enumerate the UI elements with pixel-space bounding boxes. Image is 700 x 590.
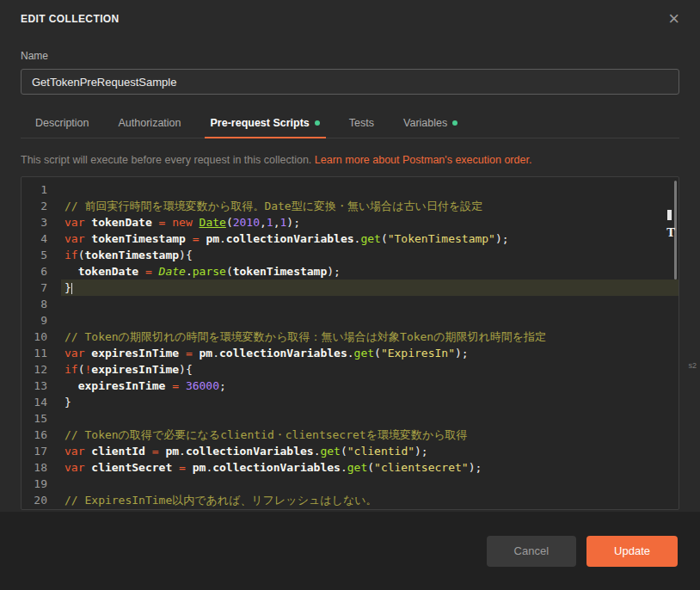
tab-label: Authorization	[119, 117, 181, 129]
code-line[interactable]: 14}	[21, 394, 679, 410]
background-artifact: s2	[688, 361, 697, 370]
line-number: 10	[21, 329, 61, 345]
code-line[interactable]: 19	[21, 476, 679, 492]
line-number: 15	[21, 410, 61, 427]
line-number: 18	[21, 459, 61, 476]
code-text	[61, 181, 679, 198]
close-icon[interactable]: ×	[668, 9, 679, 28]
tab-description[interactable]: Description	[21, 110, 104, 138]
tab-bar: Description Authorization Pre-request Sc…	[21, 110, 679, 138]
tab-authorization[interactable]: Authorization	[104, 110, 196, 138]
tab-label: Pre-request Scripts	[211, 117, 310, 129]
tab-label: Tests	[349, 117, 374, 129]
code-line[interactable]: 16// Tokenの取得で必要になるclientid・clientsecret…	[21, 427, 679, 443]
code-text: var tokenTimestamp = pm.collectionVariab…	[61, 230, 679, 247]
code-text: var clientSecret = pm.collectionVariable…	[61, 459, 679, 476]
dialog-footer: Cancel Update	[0, 512, 700, 590]
line-number: 7	[21, 280, 61, 296]
code-line[interactable]: 1	[21, 181, 679, 198]
code-line[interactable]: 13 expiresInTime = 36000;	[21, 378, 679, 394]
code-line[interactable]: 12if(!expiresInTime){	[21, 361, 679, 378]
code-line[interactable]: 3var tokenDate = new Date(2010,1,1);	[21, 214, 679, 230]
code-text: var clientId = pm.collectionVariables.ge…	[61, 443, 679, 459]
code-text: if(tokenTimestamp){	[61, 247, 679, 263]
edit-collection-dialog: EDIT COLLECTION × Name Description Autho…	[0, 0, 700, 590]
code-text: expiresInTime = 36000;	[61, 378, 679, 394]
code-line[interactable]: 15	[21, 410, 679, 427]
code-line[interactable]: 2// 前回実行時間を環境変数から取得。Date型に変換・無い場合は古い日付を設…	[21, 198, 679, 214]
collection-name-input[interactable]	[21, 69, 679, 95]
line-number: 9	[21, 312, 61, 329]
code-text: if(!expiresInTime){	[61, 361, 679, 378]
code-line[interactable]: 8	[21, 296, 679, 312]
line-number: 5	[21, 247, 61, 263]
code-text: // ExpiresInTime以内であれば、リフレッシュはしない。	[61, 492, 679, 508]
line-number: 1	[21, 181, 61, 198]
code-text	[61, 410, 679, 427]
unsaved-dot	[452, 120, 457, 126]
line-number: 14	[21, 394, 61, 410]
code-line[interactable]: 21if((new Date() - tokenDate) >= expires…	[21, 508, 679, 510]
line-number: 21	[21, 508, 61, 510]
line-number: 11	[21, 345, 61, 361]
tab-label: Description	[35, 117, 89, 129]
code-line[interactable]: 18var clientSecret = pm.collectionVariab…	[21, 459, 679, 476]
code-text: }	[61, 280, 679, 296]
line-number: 8	[21, 296, 61, 312]
line-number: 4	[21, 230, 61, 247]
code-line[interactable]: 5if(tokenTimestamp){	[21, 247, 679, 263]
code-editor[interactable]: 12// 前回実行時間を環境変数から取得。Date型に変換・無い場合は古い日付を…	[21, 176, 679, 510]
code-line[interactable]: 10// Tokenの期限切れの時間を環境変数から取得：無い場合は対象Token…	[21, 329, 679, 345]
dialog-title: EDIT COLLECTION	[21, 13, 120, 25]
line-number: 3	[21, 214, 61, 230]
line-number: 20	[21, 492, 61, 508]
update-button[interactable]: Update	[586, 536, 678, 567]
code-line[interactable]: 11var expiresInTime = pm.collectionVaria…	[21, 345, 679, 361]
tab-pre-request-scripts[interactable]: Pre-request Scripts	[196, 110, 335, 138]
code-line[interactable]: 9	[21, 312, 679, 329]
execution-order-link[interactable]: Learn more about Postman's execution ord…	[315, 154, 532, 166]
code-text: }	[61, 394, 679, 410]
code-text	[61, 296, 679, 312]
code-line[interactable]: 7}	[21, 280, 679, 296]
text-cursor	[71, 283, 72, 294]
annotation-text-mark: T	[666, 226, 675, 239]
code-text: // Tokenの取得で必要になるclientid・clientsecretを環…	[61, 427, 679, 443]
code-text: if((new Date() - tokenDate) >= expiresIn…	[61, 508, 679, 510]
code-text: // 前回実行時間を環境変数から取得。Date型に変換・無い場合は古い日付を設定	[61, 198, 679, 214]
code-line[interactable]: 17var clientId = pm.collectionVariables.…	[21, 443, 679, 459]
code-text	[61, 312, 679, 329]
line-number: 13	[21, 378, 61, 394]
line-number: 16	[21, 427, 61, 443]
info-text: This script will execute before every re…	[21, 154, 315, 166]
tab-label: Variables	[403, 117, 447, 129]
code-text	[61, 476, 679, 492]
tab-tests[interactable]: Tests	[335, 110, 389, 138]
line-number: 12	[21, 361, 61, 378]
code-line[interactable]: 20// ExpiresInTime以内であれば、リフレッシュはしない。	[21, 492, 679, 508]
code-text: var expiresInTime = pm.collectionVariabl…	[61, 345, 679, 361]
script-info-text: This script will execute before every re…	[21, 154, 679, 166]
tab-variables[interactable]: Variables	[389, 110, 472, 138]
code-text: tokenDate = Date.parse(tokenTimestamp);	[61, 263, 679, 280]
name-label: Name	[21, 50, 679, 62]
dialog-body: Name Description Authorization Pre-reque…	[0, 38, 700, 512]
line-number: 2	[21, 198, 61, 214]
annotation-block-mark	[667, 210, 672, 220]
line-number: 17	[21, 443, 61, 459]
unsaved-dot	[315, 120, 320, 126]
code-line[interactable]: 6 tokenDate = Date.parse(tokenTimestamp)…	[21, 263, 679, 280]
code-lines: 12// 前回実行時間を環境変数から取得。Date型に変換・無い場合は古い日付を…	[21, 177, 679, 510]
code-text: // Tokenの期限切れの時間を環境変数から取得：無い場合は対象Tokenの期…	[61, 329, 679, 345]
cancel-button[interactable]: Cancel	[487, 536, 576, 567]
code-line[interactable]: 4var tokenTimestamp = pm.collectionVaria…	[21, 230, 679, 247]
line-number: 6	[21, 263, 61, 280]
code-text: var tokenDate = new Date(2010,1,1);	[61, 214, 679, 230]
dialog-header: EDIT COLLECTION ×	[0, 0, 700, 38]
line-number: 19	[21, 476, 61, 492]
